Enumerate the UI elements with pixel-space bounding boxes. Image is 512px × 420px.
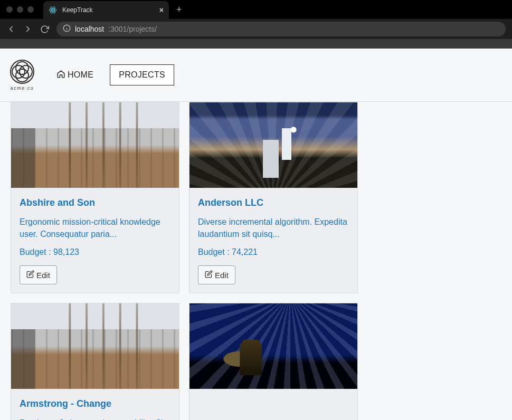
app-header: acme co HOME PROJECTS <box>0 49 512 102</box>
project-image <box>189 303 357 389</box>
new-tab-icon[interactable]: + <box>176 4 182 15</box>
edit-button-label: Edit <box>36 271 50 280</box>
url-host: localhost <box>75 25 104 33</box>
browser-tab-strip: KeepTrack × + <box>0 0 512 19</box>
browser-tab-title: KeepTrack <box>62 6 154 14</box>
project-description: Ergonomic mission-critical knowledge use… <box>20 216 170 240</box>
window-close-icon[interactable] <box>6 6 13 13</box>
budget-label: Budget : <box>198 247 232 256</box>
logo-label: acme co <box>11 85 34 91</box>
window-minimize-icon[interactable] <box>17 6 23 13</box>
logo[interactable]: acme co <box>10 59 35 91</box>
project-budget: Budget : 98,123 <box>20 247 170 257</box>
site-info-icon[interactable] <box>63 24 71 34</box>
project-title[interactable]: Abshire and Son <box>20 197 170 208</box>
project-image <box>11 102 179 188</box>
react-favicon-icon <box>49 6 57 14</box>
edit-button-label: Edit <box>215 271 229 280</box>
project-card-body: Anderson LLCDiverse incremental algorith… <box>189 188 357 293</box>
browser-spacer <box>0 39 512 49</box>
project-card: Armstrong - ChangePersistent 3rd generat… <box>11 303 179 420</box>
svg-point-9 <box>16 69 29 82</box>
window-maximize-icon[interactable] <box>27 6 34 13</box>
budget-value: 98,123 <box>53 247 79 256</box>
reload-icon[interactable] <box>40 25 49 34</box>
app-viewport: acme co HOME PROJECTS Abshire and SonErg… <box>0 49 512 420</box>
edit-button[interactable]: Edit <box>20 265 57 284</box>
url-path: :3001/projects/ <box>108 25 157 33</box>
main-nav: HOME PROJECTS <box>50 64 174 87</box>
project-card: Anderson LLCDiverse incremental algorith… <box>189 102 358 293</box>
project-card <box>189 303 358 420</box>
home-icon <box>56 70 65 81</box>
svg-point-10 <box>12 65 25 78</box>
tab-close-icon[interactable]: × <box>159 6 164 14</box>
svg-point-11 <box>20 65 32 78</box>
edit-icon <box>26 270 34 280</box>
budget-label: Budget : <box>20 247 53 256</box>
window-traffic-lights <box>6 6 34 13</box>
project-card: Abshire and SonErgonomic mission-critica… <box>11 102 179 293</box>
address-bar[interactable]: localhost:3001/projects/ <box>56 22 506 36</box>
forward-icon[interactable] <box>23 24 33 34</box>
project-description: Persistent 3rd generation capability. Si… <box>20 417 170 420</box>
edit-icon <box>205 270 213 280</box>
project-title[interactable]: Anderson LLC <box>198 197 349 208</box>
project-grid: Abshire and SonErgonomic mission-critica… <box>0 102 512 420</box>
project-card-body: Armstrong - ChangePersistent 3rd generat… <box>11 389 179 420</box>
svg-point-8 <box>16 62 29 74</box>
nav-home[interactable]: HOME <box>50 64 100 87</box>
browser-tab[interactable]: KeepTrack × <box>43 1 169 19</box>
project-title[interactable]: Armstrong - Change <box>20 398 170 409</box>
nav-projects-label: PROJECTS <box>119 70 165 80</box>
budget-value: 74,221 <box>232 247 258 256</box>
svg-point-3 <box>52 9 53 11</box>
project-image <box>11 303 179 389</box>
back-icon[interactable] <box>6 24 16 34</box>
browser-toolbar: localhost:3001/projects/ <box>0 19 512 39</box>
edit-button[interactable]: Edit <box>198 265 235 284</box>
nav-projects[interactable]: PROJECTS <box>110 64 174 85</box>
project-image <box>189 102 357 188</box>
acme-logo-icon <box>10 59 35 84</box>
nav-home-label: HOME <box>68 70 93 80</box>
project-budget: Budget : 74,221 <box>198 247 349 257</box>
project-card-body: Abshire and SonErgonomic mission-critica… <box>11 188 179 293</box>
project-description: Diverse incremental algorithm. Expedita … <box>198 216 349 240</box>
svg-point-7 <box>11 60 34 83</box>
